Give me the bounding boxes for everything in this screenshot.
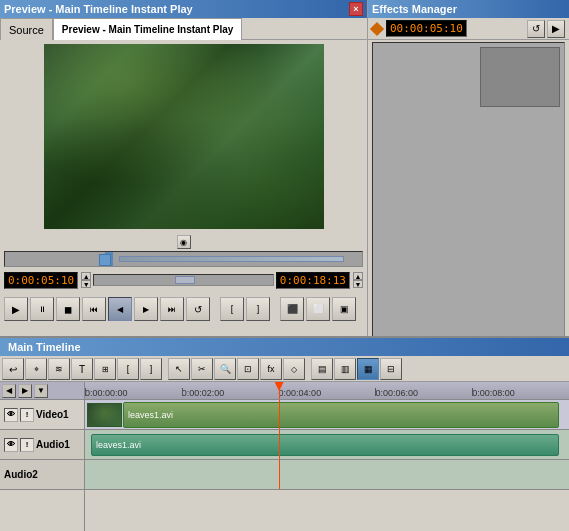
- tl-fx-button[interactable]: fx: [260, 358, 282, 380]
- ruler-next-button[interactable]: ▶: [18, 384, 32, 398]
- track-headers: ◀ ▶ ▼ 👁 ! Video1 👁 ! Audio1: [0, 382, 85, 531]
- video1-lock-button[interactable]: !: [20, 408, 34, 422]
- track-header-audio2: Audio2: [0, 460, 84, 490]
- track-label-video1: Video1: [36, 409, 69, 420]
- tab-preview[interactable]: Preview - Main Timeline Instant Play: [53, 18, 243, 40]
- tab-source[interactable]: Source: [0, 18, 53, 40]
- audio1-lock-button[interactable]: !: [20, 438, 34, 452]
- playhead[interactable]: [279, 382, 280, 399]
- ruler-mark-1: 0:00:02:00: [182, 388, 225, 399]
- step-back-button[interactable]: ◀: [108, 297, 132, 321]
- track-header-video1: 👁 ! Video1: [0, 400, 84, 430]
- timeline-title: Main Timeline: [8, 341, 81, 353]
- timeline-panel: Main Timeline ↩ ⌖ ≋ T ⊞ [ ] ↖ ✂ 🔍 ⊡ fx ◇…: [0, 336, 569, 531]
- tl-zoomfit-button[interactable]: ⊡: [237, 358, 259, 380]
- ruler-mark-0: 0:00:00:00: [85, 388, 128, 399]
- timeline-title-bar: Main Timeline: [0, 338, 569, 356]
- timecode-end[interactable]: 0:00:18:13: [276, 272, 350, 289]
- loop-button[interactable]: ↺: [186, 297, 210, 321]
- effects-reset-button[interactable]: ↺: [527, 20, 545, 38]
- track-lane-audio2[interactable]: [85, 460, 569, 490]
- scrubber-bar[interactable]: [4, 251, 363, 267]
- next-button[interactable]: ⏭: [160, 297, 184, 321]
- timeline-toolbar: ↩ ⌖ ≋ T ⊞ [ ] ↖ ✂ 🔍 ⊡ fx ◇ ▤ ▥ ▦ ⊟: [0, 356, 569, 382]
- step-fwd-button[interactable]: ▶: [134, 297, 158, 321]
- tl-tracks-button[interactable]: ▤: [311, 358, 333, 380]
- track-header-audio1: 👁 ! Audio1: [0, 430, 84, 460]
- timecode-spin: ▲ ▼: [81, 272, 91, 288]
- tl-razor-button[interactable]: T: [71, 358, 93, 380]
- tl-cursor-button[interactable]: ↖: [168, 358, 190, 380]
- settings-button[interactable]: ▣: [332, 297, 356, 321]
- ruler-mark-4: 0:00:08:00: [472, 388, 515, 399]
- track-lane-audio1[interactable]: leaves1.avi: [85, 430, 569, 460]
- effects-title: Effects Manager: [372, 3, 457, 15]
- preview-title: Preview - Main Timeline Instant Play: [4, 3, 193, 15]
- timeline-wrapper: Main Timeline ↩ ⌖ ≋ T ⊞ [ ] ↖ ✂ 🔍 ⊡ fx ◇…: [0, 336, 569, 531]
- play-button[interactable]: ▶: [4, 297, 28, 321]
- video-preview-area: [44, 44, 324, 229]
- zoom-slider[interactable]: [93, 274, 274, 286]
- prev-frame-button[interactable]: ⏮: [82, 297, 106, 321]
- tl-zoom-button[interactable]: 🔍: [214, 358, 236, 380]
- tl-snap-button[interactable]: ⌖: [25, 358, 47, 380]
- tl-out-button[interactable]: ]: [140, 358, 162, 380]
- transport-controls: ▶ ⏸ ◼ ⏮ ◀ ▶ ⏭ ↺ [ ] ⬛ ⬜ ▣: [0, 293, 367, 325]
- timecode-current[interactable]: 0:00:05:10: [4, 272, 78, 289]
- tl-ripple-button[interactable]: ≋: [48, 358, 70, 380]
- snapshot-button[interactable]: ⬛: [280, 297, 304, 321]
- fullscreen-button[interactable]: ⬜: [306, 297, 330, 321]
- timecode-end-down[interactable]: ▼: [353, 280, 363, 288]
- effects-preview-thumbnail: [480, 47, 560, 107]
- ruler-mark-2: 0:00:04:00: [279, 388, 322, 399]
- effects-header: 00:00:05:10 ↺ ▶: [368, 18, 569, 40]
- tl-in-button[interactable]: [: [117, 358, 139, 380]
- effects-controls: ↺ ▶: [527, 20, 565, 38]
- timecode-up[interactable]: ▲: [81, 272, 91, 280]
- effects-timecode[interactable]: 00:00:05:10: [386, 20, 467, 37]
- track-lane-video1[interactable]: leaves1.avi: [85, 400, 569, 430]
- track-label-audio1: Audio1: [36, 439, 70, 450]
- pause-button[interactable]: ⏸: [30, 297, 54, 321]
- audio1-visibility-button[interactable]: 👁: [4, 438, 18, 452]
- audio1-clip[interactable]: leaves1.avi: [91, 434, 559, 456]
- playhead-audio1: [279, 430, 280, 459]
- preview-tabs: Source Preview - Main Timeline Instant P…: [0, 18, 367, 40]
- preview-title-bar: Preview - Main Timeline Instant Play ×: [0, 0, 367, 18]
- ruler-mark-3: 0:00:06:00: [375, 388, 418, 399]
- scrubber-area: ◉ 0:00:05:10 ▲ ▼ 0:00:18:13: [0, 233, 367, 293]
- tl-marker-button[interactable]: ⊞: [94, 358, 116, 380]
- effects-play-button[interactable]: ▶: [547, 20, 565, 38]
- tl-video-button[interactable]: ▥: [334, 358, 356, 380]
- stop-button[interactable]: ◼: [56, 297, 80, 321]
- tl-key-button[interactable]: ◇: [283, 358, 305, 380]
- timecode-end-up[interactable]: ▲: [353, 272, 363, 280]
- preview-close-button[interactable]: ×: [349, 2, 363, 16]
- timecode-down[interactable]: ▼: [81, 280, 91, 288]
- timecode-row: 0:00:05:10 ▲ ▼ 0:00:18:13 ▲ ▼: [4, 269, 363, 291]
- effects-diamond-icon: [370, 21, 384, 35]
- video1-clip[interactable]: leaves1.avi: [123, 402, 559, 428]
- video1-thumbnail: [87, 403, 122, 427]
- playhead-audio2: [279, 460, 280, 489]
- ruler-header: ◀ ▶ ▼: [0, 382, 84, 400]
- timeline-ruler: 0:00:00:00 0:00:02:00 0:00:04:00 0:00:06…: [85, 382, 569, 400]
- tl-arrow-button[interactable]: ↩: [2, 358, 24, 380]
- timeline-area: ◀ ▶ ▼ 👁 ! Video1 👁 ! Audio1: [0, 382, 569, 531]
- tl-cut-button[interactable]: ✂: [191, 358, 213, 380]
- ruler-prev-button[interactable]: ◀: [2, 384, 16, 398]
- video1-visibility-button[interactable]: 👁: [4, 408, 18, 422]
- timecode-end-spin: ▲ ▼: [353, 272, 363, 288]
- ruler-down-button[interactable]: ▼: [34, 384, 48, 398]
- track-label-audio2: Audio2: [4, 469, 38, 480]
- playhead-video1: [279, 400, 280, 429]
- position-indicator-icon: ◉: [177, 235, 191, 249]
- effects-title-bar: Effects Manager: [368, 0, 569, 18]
- in-point-button[interactable]: [: [220, 297, 244, 321]
- tl-audio-button[interactable]: ▦: [357, 358, 379, 380]
- timeline-tracks: 0:00:00:00 0:00:02:00 0:00:04:00 0:00:06…: [85, 382, 569, 531]
- tl-expand-button[interactable]: ⊟: [380, 358, 402, 380]
- out-point-button[interactable]: ]: [246, 297, 270, 321]
